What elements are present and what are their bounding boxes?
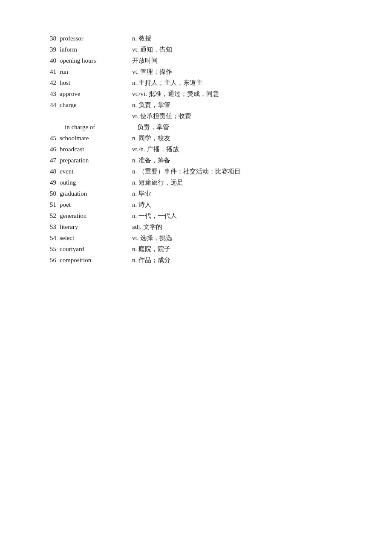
entry-number: 40 xyxy=(43,57,60,64)
entry-definition: n. 同学，校友 xyxy=(132,134,358,142)
entry-number: 44 xyxy=(43,101,60,109)
list-item: vt. 使承担责任；收费 xyxy=(43,112,358,123)
entry-number: 53 xyxy=(43,223,60,231)
entry-word: professor xyxy=(60,35,132,42)
entry-definition: vt. 管理；操作 xyxy=(132,68,358,76)
list-item: 40 opening hours 开放时间 xyxy=(43,56,358,67)
entry-definition: n. 毕业 xyxy=(132,190,358,198)
entry-word: event xyxy=(60,168,132,175)
entry-word: outing xyxy=(60,179,132,186)
entry-word: select xyxy=(60,234,132,242)
entry-word: composition xyxy=(60,257,132,264)
list-item: 46 broadcast vt./n. 广播，播放 xyxy=(43,145,358,156)
entry-number: 54 xyxy=(43,234,60,242)
list-item: 45 schoolmate n. 同学，校友 xyxy=(43,134,358,145)
entry-word: preparation xyxy=(60,157,132,164)
entry-word: opening hours xyxy=(60,57,132,64)
list-item: 55 courtyard n. 庭院，院子 xyxy=(43,245,358,256)
list-item: 51 poet n. 诗人 xyxy=(43,200,358,211)
entry-definition: n. 一代，一代人 xyxy=(132,212,358,220)
entry-definition: 负责，掌管 xyxy=(132,123,358,131)
entry-number: 47 xyxy=(43,157,60,164)
entry-definition: vt. 通知，告知 xyxy=(132,46,358,54)
list-item: 48 event n. （重要）事件；社交活动；比赛项目 xyxy=(43,167,358,178)
entry-definition: n. 准备，筹备 xyxy=(132,156,358,165)
entry-word: broadcast xyxy=(60,146,132,153)
entry-definition: vt. 选择，挑选 xyxy=(132,234,358,242)
list-item: 49 outing n. 短途旅行，远足 xyxy=(43,178,358,189)
entry-number: 49 xyxy=(43,179,60,186)
entry-definition: adj. 文学的 xyxy=(132,223,358,231)
entry-word: in charge of xyxy=(60,124,132,131)
entry-definition: n. （重要）事件；社交活动；比赛项目 xyxy=(132,168,358,176)
entry-number: 46 xyxy=(43,146,60,153)
list-item: 47 preparation n. 准备，筹备 xyxy=(43,156,358,167)
vocab-list: 38 professor n. 教授 39 inform vt. 通知，告知 4… xyxy=(43,34,358,267)
entry-word: schoolmate xyxy=(60,135,132,142)
entry-definition: n. 诗人 xyxy=(132,201,358,209)
list-item: 38 professor n. 教授 xyxy=(43,34,358,45)
entry-word: poet xyxy=(60,201,132,208)
entry-number: 43 xyxy=(43,90,60,98)
entry-number: 50 xyxy=(43,190,60,197)
entry-number: 38 xyxy=(43,35,60,42)
list-item: in charge of 负责，掌管 xyxy=(43,123,358,134)
entry-number: 56 xyxy=(43,257,60,264)
list-item: 43 approve vt./vi. 批准，通过；赞成，同意 xyxy=(43,90,358,101)
entry-definition: n. 负责，掌管 xyxy=(132,101,358,109)
entry-number: 48 xyxy=(43,168,60,175)
list-item: 52 generation n. 一代，一代人 xyxy=(43,211,358,223)
entry-word: run xyxy=(60,68,132,75)
entry-definition: vt./n. 广播，播放 xyxy=(132,145,358,153)
entry-definition: vt. 使承担责任；收费 xyxy=(132,112,358,120)
entry-definition: n. 短途旅行，远足 xyxy=(132,179,358,187)
list-item: 42 host n. 主持人；主人，东道主 xyxy=(43,78,358,90)
list-item: 56 composition n. 作品；成分 xyxy=(43,256,358,267)
entry-number: 45 xyxy=(43,135,60,142)
list-item: 50 graduation n. 毕业 xyxy=(43,189,358,200)
entry-definition: n. 作品；成分 xyxy=(132,256,358,264)
entry-word: courtyard xyxy=(60,246,132,253)
entry-number: 41 xyxy=(43,68,60,75)
entry-definition: n. 教授 xyxy=(132,35,358,43)
entry-word: approve xyxy=(60,90,132,98)
entry-number: 55 xyxy=(43,246,60,253)
entry-number: 52 xyxy=(43,212,60,220)
entry-definition: n. 庭院，院子 xyxy=(132,245,358,253)
entry-number: 39 xyxy=(43,46,60,53)
entry-definition: vt./vi. 批准，通过；赞成，同意 xyxy=(132,90,358,98)
entry-definition: n. 主持人；主人，东道主 xyxy=(132,79,358,87)
entry-word: charge xyxy=(60,101,132,109)
entry-word: literary xyxy=(60,223,132,231)
entry-word: host xyxy=(60,79,132,87)
entry-word: inform xyxy=(60,46,132,53)
entry-number: 51 xyxy=(43,201,60,208)
entry-word: generation xyxy=(60,212,132,220)
list-item: 44 charge n. 负责，掌管 xyxy=(43,101,358,112)
entry-word: graduation xyxy=(60,190,132,197)
entry-definition: 开放时间 xyxy=(132,57,358,65)
list-item: 41 run vt. 管理；操作 xyxy=(43,67,358,78)
entry-number: 42 xyxy=(43,79,60,87)
list-item: 53 literary adj. 文学的 xyxy=(43,223,358,234)
list-item: 39 inform vt. 通知，告知 xyxy=(43,45,358,56)
list-item: 54 select vt. 选择，挑选 xyxy=(43,234,358,245)
